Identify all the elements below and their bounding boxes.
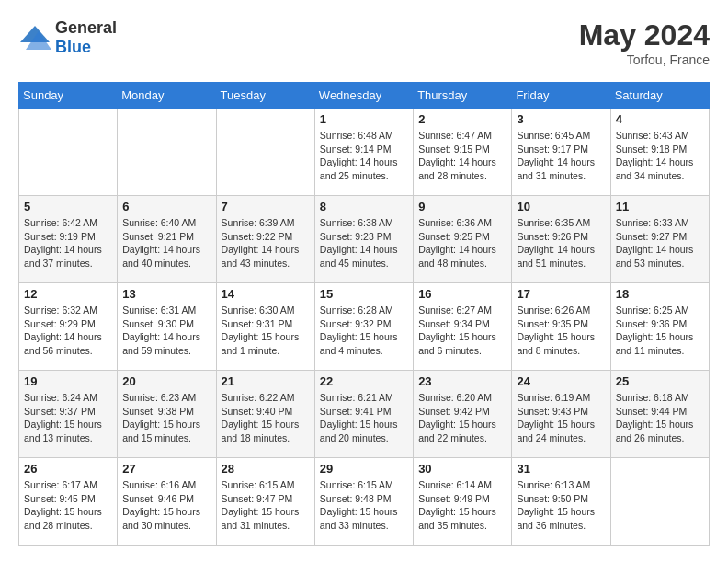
day-number: 5 (24, 200, 112, 213)
sunset-text: Sunset: 9:45 PM (24, 492, 112, 506)
sunset-text: Sunset: 9:27 PM (616, 230, 704, 244)
calendar-cell-w1-d2 (118, 109, 216, 196)
day-number: 8 (320, 200, 408, 213)
col-sunday: Sunday (19, 83, 118, 109)
sunrise-text: Sunrise: 6:21 AM (320, 391, 408, 405)
sunset-text: Sunset: 9:44 PM (616, 405, 704, 419)
sunrise-text: Sunrise: 6:36 AM (418, 216, 506, 230)
daylight-text: Daylight: 14 hours and 31 minutes. (517, 155, 605, 182)
calendar-cell-w3-d2: 13Sunrise: 6:31 AMSunset: 9:30 PMDayligh… (118, 283, 216, 371)
day-info: Sunrise: 6:21 AMSunset: 9:41 PMDaylight:… (320, 391, 408, 445)
calendar-cell-w2-d2: 6Sunrise: 6:40 AMSunset: 9:21 PMDaylight… (118, 196, 216, 283)
sunrise-text: Sunrise: 6:14 AM (418, 478, 506, 492)
sunrise-text: Sunrise: 6:25 AM (616, 304, 704, 317)
sunset-text: Sunset: 9:32 PM (320, 317, 408, 331)
calendar-cell-w5-d3: 28Sunrise: 6:15 AMSunset: 9:47 PMDayligh… (216, 458, 314, 546)
day-info: Sunrise: 6:27 AMSunset: 9:34 PMDaylight:… (418, 304, 506, 358)
daylight-text: Daylight: 15 hours and 33 minutes. (320, 505, 408, 532)
day-info: Sunrise: 6:20 AMSunset: 9:42 PMDaylight:… (418, 391, 506, 445)
calendar-cell-w2-d7: 11Sunrise: 6:33 AMSunset: 9:27 PMDayligh… (610, 196, 709, 283)
day-info: Sunrise: 6:26 AMSunset: 9:35 PMDaylight:… (517, 304, 605, 358)
sunset-text: Sunset: 9:50 PM (517, 492, 605, 506)
daylight-text: Daylight: 15 hours and 6 minutes. (418, 330, 506, 357)
calendar-cell-w1-d5: 2Sunrise: 6:47 AMSunset: 9:15 PMDaylight… (414, 109, 512, 196)
day-info: Sunrise: 6:35 AMSunset: 9:26 PMDaylight:… (517, 216, 605, 270)
calendar-cell-w1-d4: 1Sunrise: 6:48 AMSunset: 9:14 PMDaylight… (314, 109, 413, 196)
calendar-cell-w2-d1: 5Sunrise: 6:42 AMSunset: 9:19 PMDaylight… (19, 196, 118, 283)
day-info: Sunrise: 6:39 AMSunset: 9:22 PMDaylight:… (222, 216, 310, 270)
calendar-cell-w1-d6: 3Sunrise: 6:45 AMSunset: 9:17 PMDaylight… (512, 109, 610, 196)
day-number: 20 (122, 374, 210, 388)
calendar-cell-w5-d7 (610, 458, 709, 546)
sunset-text: Sunset: 9:26 PM (517, 230, 605, 244)
day-info: Sunrise: 6:25 AMSunset: 9:36 PMDaylight:… (616, 304, 704, 358)
sunset-text: Sunset: 9:31 PM (222, 317, 310, 331)
sunrise-text: Sunrise: 6:15 AM (222, 478, 310, 492)
month-year: May 2024 (579, 18, 710, 52)
day-info: Sunrise: 6:36 AMSunset: 9:25 PMDaylight:… (418, 216, 506, 270)
calendar-cell-w3-d1: 12Sunrise: 6:32 AMSunset: 9:29 PMDayligh… (19, 283, 118, 371)
calendar-cell-w4-d7: 25Sunrise: 6:18 AMSunset: 9:44 PMDayligh… (610, 371, 709, 458)
day-number: 21 (222, 374, 310, 388)
day-info: Sunrise: 6:31 AMSunset: 9:30 PMDaylight:… (122, 304, 210, 358)
sunrise-text: Sunrise: 6:20 AM (418, 391, 506, 405)
sunset-text: Sunset: 9:46 PM (122, 492, 210, 506)
day-info: Sunrise: 6:43 AMSunset: 9:18 PMDaylight:… (616, 129, 704, 183)
daylight-text: Daylight: 14 hours and 53 minutes. (616, 243, 704, 270)
sunrise-text: Sunrise: 6:31 AM (122, 304, 210, 317)
daylight-text: Daylight: 14 hours and 45 minutes. (320, 243, 408, 270)
day-info: Sunrise: 6:32 AMSunset: 9:29 PMDaylight:… (24, 304, 112, 358)
day-number: 18 (616, 287, 704, 301)
calendar-header: Sunday Monday Tuesday Wednesday Thursday… (19, 83, 710, 109)
calendar-cell-w3-d3: 14Sunrise: 6:30 AMSunset: 9:31 PMDayligh… (216, 283, 314, 371)
daylight-text: Daylight: 14 hours and 34 minutes. (616, 155, 704, 182)
sunrise-text: Sunrise: 6:30 AM (222, 304, 310, 317)
day-number: 15 (320, 287, 408, 301)
sunset-text: Sunset: 9:19 PM (24, 230, 112, 244)
day-number: 30 (418, 462, 506, 476)
sunrise-text: Sunrise: 6:15 AM (320, 478, 408, 492)
calendar-cell-w4-d4: 22Sunrise: 6:21 AMSunset: 9:41 PMDayligh… (314, 371, 413, 458)
sunrise-text: Sunrise: 6:19 AM (517, 391, 605, 405)
day-info: Sunrise: 6:24 AMSunset: 9:37 PMDaylight:… (24, 391, 112, 445)
daylight-text: Daylight: 14 hours and 59 minutes. (122, 330, 210, 357)
sunrise-text: Sunrise: 6:38 AM (320, 216, 408, 230)
sunrise-text: Sunrise: 6:35 AM (517, 216, 605, 230)
sunrise-text: Sunrise: 6:45 AM (517, 129, 605, 143)
day-number: 9 (418, 200, 506, 213)
calendar-cell-w4-d3: 21Sunrise: 6:22 AMSunset: 9:40 PMDayligh… (216, 371, 314, 458)
day-number: 22 (320, 374, 408, 388)
calendar-cell-w5-d4: 29Sunrise: 6:15 AMSunset: 9:48 PMDayligh… (314, 458, 413, 546)
daylight-text: Daylight: 15 hours and 20 minutes. (320, 418, 408, 444)
day-number: 24 (517, 374, 605, 388)
sunrise-text: Sunrise: 6:13 AM (517, 478, 605, 492)
calendar-cell-w3-d4: 15Sunrise: 6:28 AMSunset: 9:32 PMDayligh… (314, 283, 413, 371)
calendar-week-4: 19Sunrise: 6:24 AMSunset: 9:37 PMDayligh… (19, 371, 710, 458)
daylight-text: Daylight: 14 hours and 28 minutes. (418, 155, 506, 182)
sunrise-text: Sunrise: 6:32 AM (24, 304, 112, 317)
day-info: Sunrise: 6:33 AMSunset: 9:27 PMDaylight:… (616, 216, 704, 270)
sunrise-text: Sunrise: 6:22 AM (222, 391, 310, 405)
day-info: Sunrise: 6:38 AMSunset: 9:23 PMDaylight:… (320, 216, 408, 270)
sunrise-text: Sunrise: 6:43 AM (616, 129, 704, 143)
sunrise-text: Sunrise: 6:23 AM (122, 391, 210, 405)
calendar-week-3: 12Sunrise: 6:32 AMSunset: 9:29 PMDayligh… (19, 283, 710, 371)
logo-text: General Blue (55, 18, 117, 57)
daylight-text: Daylight: 15 hours and 15 minutes. (122, 418, 210, 444)
daylight-text: Daylight: 14 hours and 40 minutes. (122, 243, 210, 270)
day-number: 1 (320, 112, 408, 126)
sunset-text: Sunset: 9:21 PM (122, 230, 210, 244)
sunrise-text: Sunrise: 6:24 AM (24, 391, 112, 405)
sunset-text: Sunset: 9:30 PM (122, 317, 210, 331)
sunset-text: Sunset: 9:42 PM (418, 405, 506, 419)
logo-general: General (55, 18, 117, 37)
sunrise-text: Sunrise: 6:17 AM (24, 478, 112, 492)
sunset-text: Sunset: 9:29 PM (24, 317, 112, 331)
daylight-text: Daylight: 15 hours and 31 minutes. (222, 505, 310, 532)
logo-icon (18, 24, 51, 52)
calendar-cell-w2-d5: 9Sunrise: 6:36 AMSunset: 9:25 PMDaylight… (414, 196, 512, 283)
logo: General Blue (18, 18, 117, 57)
calendar-cell-w5-d1: 26Sunrise: 6:17 AMSunset: 9:45 PMDayligh… (19, 458, 118, 546)
sunset-text: Sunset: 9:38 PM (122, 405, 210, 419)
sunrise-text: Sunrise: 6:40 AM (122, 216, 210, 230)
